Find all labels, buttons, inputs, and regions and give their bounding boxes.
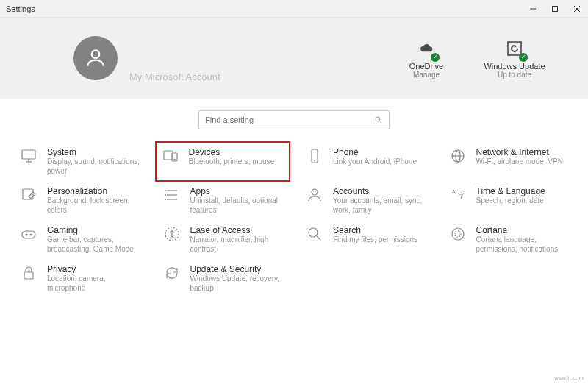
tile-sub: Your accounts, email, sync, work, family: [333, 196, 428, 215]
tile-sub: Cortana language, permissions, notificat…: [476, 235, 571, 254]
tile-text: AccountsYour accounts, email, sync, work…: [333, 186, 428, 215]
account-name: My Microsoft Account: [129, 71, 220, 82]
tile-text: Update & SecurityWindows Update, recover…: [190, 264, 285, 293]
tile-cortana[interactable]: CortanaCortana language, permissions, no…: [444, 224, 574, 255]
tile-privacy[interactable]: PrivacyLocation, camera, microphone: [15, 263, 145, 294]
tile-sub: Wi-Fi, airplane mode, VPN: [476, 157, 563, 167]
tile-sub: Link your Android, iPhone: [333, 157, 417, 167]
tile-title: Accounts: [333, 186, 428, 196]
tile-title: Privacy: [47, 264, 142, 274]
tile-title: Gaming: [47, 225, 142, 235]
tile-text: CortanaCortana language, permissions, no…: [476, 225, 571, 254]
windows-update-status[interactable]: Windows Update Up to date: [470, 38, 559, 79]
tile-title: Network & Internet: [476, 147, 563, 157]
tile-title: Cortana: [476, 225, 571, 235]
check-badge-icon: [431, 53, 440, 62]
tile-text: Network & InternetWi-Fi, airplane mode, …: [476, 147, 563, 176]
search-icon: [374, 115, 383, 124]
tile-apps[interactable]: AppsUninstall, defaults, optional featur…: [158, 185, 288, 216]
search-cat-icon: [304, 225, 326, 247]
tile-title: Devices: [189, 147, 275, 157]
search-input[interactable]: [205, 115, 367, 124]
onedrive-status[interactable]: OneDrive Manage: [382, 38, 470, 79]
apps-icon: [161, 186, 183, 208]
phone-icon: [304, 147, 326, 169]
window-controls: [522, 0, 588, 18]
tile-search[interactable]: SearchFind my files, permissions: [301, 224, 431, 255]
cortana-icon: [447, 225, 469, 247]
onedrive-sub: Manage: [413, 71, 440, 79]
tile-text: Ease of AccessNarrator, magnifier, high …: [190, 225, 285, 254]
watermark: wsxdn.com: [554, 374, 584, 381]
account-header: My Microsoft Account OneDrive Manage Win…: [0, 18, 588, 99]
gaming-icon: [18, 225, 40, 247]
tile-personalization[interactable]: PersonalizationBackground, lock screen, …: [15, 185, 145, 216]
tile-update[interactable]: Update & SecurityWindows Update, recover…: [158, 263, 288, 294]
minimize-button[interactable]: [522, 0, 544, 18]
update-sub: Up to date: [498, 71, 531, 79]
tile-ease[interactable]: Ease of AccessNarrator, magnifier, high …: [158, 224, 288, 255]
devices-icon: [159, 147, 182, 169]
paint-icon: [18, 186, 40, 208]
tile-accounts[interactable]: AccountsYour accounts, email, sync, work…: [301, 185, 431, 216]
tile-title: Time & Language: [476, 186, 545, 196]
tile-text: SystemDisplay, sound, notifications, pow…: [47, 147, 142, 176]
settings-grid: SystemDisplay, sound, notifications, pow…: [0, 138, 588, 302]
update-icon: [504, 38, 525, 59]
tile-title: Phone: [333, 147, 417, 157]
tile-sub: Find my files, permissions: [333, 235, 417, 245]
tile-time[interactable]: Time & LanguageSpeech, region, date: [444, 185, 574, 216]
ease-icon: [161, 225, 183, 247]
tile-title: Search: [333, 225, 417, 235]
maximize-button[interactable]: [544, 0, 566, 18]
tile-network[interactable]: Network & InternetWi-Fi, airplane mode, …: [444, 146, 574, 177]
tile-text: GamingGame bar, captures, broadcasting, …: [47, 225, 142, 254]
person-icon: [304, 186, 326, 208]
window-title: Settings: [6, 4, 35, 13]
update-title: Windows Update: [484, 62, 545, 71]
monitor-icon: [18, 147, 40, 169]
tile-sub: Location, camera, microphone: [47, 274, 142, 293]
tile-sub: Background, lock screen, colors: [47, 196, 142, 215]
tile-phone[interactable]: PhoneLink your Android, iPhone: [301, 146, 431, 177]
tile-sub: Game bar, captures, broadcasting, Game M…: [47, 235, 142, 254]
sync-icon: [161, 264, 183, 286]
svg-point-6: [376, 117, 380, 121]
user-icon: [84, 46, 107, 70]
tile-gaming[interactable]: GamingGame bar, captures, broadcasting, …: [15, 224, 145, 255]
tile-title: Apps: [190, 186, 285, 196]
tile-text: AppsUninstall, defaults, optional featur…: [190, 186, 285, 215]
tile-sub: Display, sound, notifications, power: [47, 157, 142, 176]
close-button[interactable]: [566, 0, 588, 18]
tile-text: PersonalizationBackground, lock screen, …: [47, 186, 142, 215]
tile-devices[interactable]: DevicesBluetooth, printers, mouse: [155, 141, 291, 182]
tile-title: System: [47, 147, 142, 157]
cloud-icon: [416, 38, 437, 59]
tile-sub: Bluetooth, printers, mouse: [189, 157, 275, 167]
check-badge-icon: [519, 53, 528, 62]
tile-title: Ease of Access: [190, 225, 285, 235]
avatar[interactable]: [74, 36, 118, 80]
tile-title: Personalization: [47, 186, 142, 196]
tile-sub: Windows Update, recovery, backup: [190, 274, 285, 293]
search-row: [0, 99, 588, 138]
tile-text: SearchFind my files, permissions: [333, 225, 417, 254]
tile-system[interactable]: SystemDisplay, sound, notifications, pow…: [15, 146, 145, 177]
tile-title: Update & Security: [190, 264, 285, 274]
tile-text: PhoneLink your Android, iPhone: [333, 147, 417, 176]
svg-line-7: [380, 121, 382, 124]
tile-sub: Speech, region, date: [476, 196, 545, 206]
globe-icon: [447, 147, 469, 169]
tile-text: PrivacyLocation, camera, microphone: [47, 264, 142, 293]
titlebar: Settings: [0, 0, 588, 18]
tile-text: DevicesBluetooth, printers, mouse: [189, 147, 275, 176]
time-icon: [447, 186, 469, 208]
tile-sub: Narrator, magnifier, high contrast: [190, 235, 285, 254]
svg-point-4: [92, 50, 100, 58]
search-box[interactable]: [198, 110, 390, 129]
onedrive-title: OneDrive: [409, 62, 443, 71]
tile-sub: Uninstall, defaults, optional features: [190, 196, 285, 215]
lock-icon: [18, 264, 40, 286]
svg-rect-5: [508, 42, 521, 55]
tile-text: Time & LanguageSpeech, region, date: [476, 186, 545, 215]
